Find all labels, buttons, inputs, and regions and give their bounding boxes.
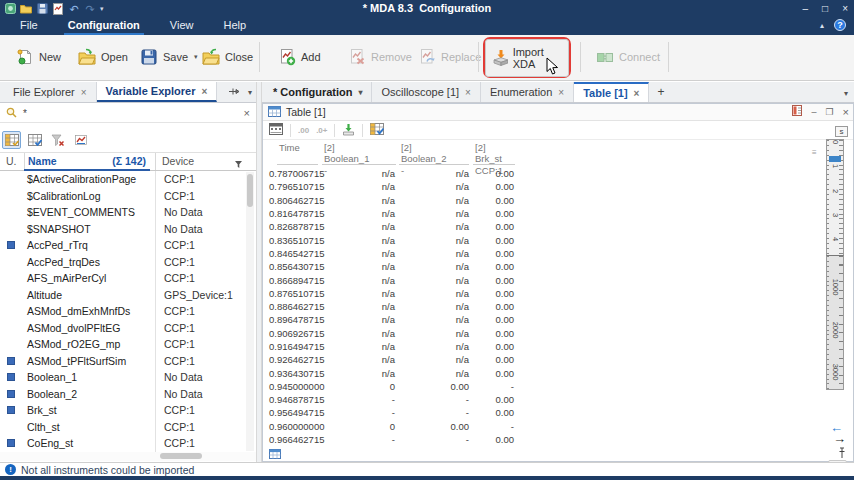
clear-filter-icon[interactable]: [48, 131, 67, 149]
table-row[interactable]: 0.936430715n/an/a0.00: [263, 366, 823, 379]
save-icon[interactable]: [36, 3, 48, 15]
list-item[interactable]: AltitudeGPS_Device:1: [0, 287, 256, 304]
report-icon[interactable]: [52, 3, 64, 15]
table-row[interactable]: 0.866894715n/an/a0.00: [263, 273, 823, 286]
add-button[interactable]: Add: [272, 38, 327, 76]
list-item[interactable]: Clth_stCCP:1: [0, 419, 256, 436]
table-row[interactable]: 0.876510715n/an/a0.00: [263, 287, 823, 300]
tab-table-1[interactable]: Table [1] ×: [574, 82, 649, 102]
close-icon[interactable]: ×: [558, 87, 564, 98]
tab-file-explorer[interactable]: File Explorer ×: [4, 82, 97, 102]
table-row[interactable]: 0.94500000000.00-: [263, 380, 823, 393]
table-row[interactable]: 0.896478715n/an/a0.00: [263, 313, 823, 326]
instrument-config-icon[interactable]: [792, 105, 802, 118]
ruler-handle-icon[interactable]: ≡: [812, 150, 820, 157]
open-icon[interactable]: [20, 3, 32, 15]
quick-access-more-icon[interactable]: ▾: [100, 5, 104, 13]
new-tab-button[interactable]: +: [649, 82, 672, 102]
table-row[interactable]: 0.916494715n/an/a0.00: [263, 340, 823, 353]
chevron-down-icon[interactable]: ▾: [248, 88, 252, 97]
close-button[interactable]: ×: [842, 3, 848, 14]
close-icon[interactable]: ×: [201, 86, 207, 97]
variable-search-bar[interactable]: * ×: [0, 104, 256, 123]
table-row[interactable]: 0.816478715n/an/a0.00: [263, 207, 823, 220]
minimize-button[interactable]: –: [803, 3, 809, 14]
table-row[interactable]: 0.926462715n/an/a0.00: [263, 353, 823, 366]
column-name[interactable]: Name: [28, 155, 57, 167]
window-close-icon[interactable]: ×: [843, 106, 849, 118]
table-row[interactable]: 0.856430715n/an/a0.00: [263, 260, 823, 273]
remove-button[interactable]: Remove: [342, 38, 418, 76]
menu-help[interactable]: Help: [222, 17, 249, 35]
configure-table-icon[interactable]: [370, 123, 384, 137]
time-cursor-marker[interactable]: [829, 156, 841, 162]
close-icon[interactable]: ×: [81, 87, 87, 98]
increase-decimals-icon[interactable]: .00: [298, 126, 309, 135]
table-properties-icon[interactable]: [269, 123, 283, 137]
table-row[interactable]: 0.787006715n/an/a0.00: [263, 167, 823, 180]
tab-variable-explorer[interactable]: Variable Explorer ×: [97, 82, 218, 102]
undo-icon[interactable]: ↶: [68, 3, 80, 15]
list-item[interactable]: ASMod_rO2EG_mpCCP:1: [0, 336, 256, 353]
list-item[interactable]: ASMod_dmExhMnfDsCCP:1: [0, 303, 256, 320]
menu-view[interactable]: View: [168, 17, 196, 35]
collapse-ribbon-icon[interactable]: ▴: [820, 21, 824, 30]
list-item[interactable]: CoEng_stCCP:1: [0, 435, 256, 452]
list-item[interactable]: $SNAPSHOTNo Data: [0, 221, 256, 238]
tab-oscilloscope[interactable]: Oscilloscope [1] ×: [372, 82, 481, 102]
menu-configuration[interactable]: Configuration: [66, 17, 142, 35]
menu-file[interactable]: File: [18, 17, 40, 35]
device-filter-icon[interactable]: [235, 158, 242, 170]
close-icon[interactable]: ×: [634, 88, 640, 99]
search-input[interactable]: *: [23, 108, 238, 119]
list-item[interactable]: Brk_stCCP:1: [0, 402, 256, 419]
clear-search-icon[interactable]: ×: [244, 107, 250, 119]
column-device[interactable]: Device: [162, 155, 194, 167]
connect-button[interactable]: Connect: [590, 38, 666, 76]
help-icon[interactable]: ?: [834, 19, 846, 31]
list-item[interactable]: AccPed_trqDesCCP:1: [0, 254, 256, 271]
time-ruler-lower[interactable]: 100020003000: [826, 255, 844, 390]
scrollbar-thumb[interactable]: [160, 453, 202, 459]
new-button[interactable]: New: [10, 38, 67, 76]
variable-list-hscrollbar[interactable]: [0, 452, 256, 461]
step-forward-icon[interactable]: →: [833, 431, 846, 446]
table-row[interactable]: 0.966462715--0.00: [263, 433, 823, 446]
export-data-icon[interactable]: [342, 123, 355, 138]
table-row[interactable]: 0.96000000000.00-: [263, 420, 823, 433]
list-item[interactable]: AccPed_rTrqCCP:1: [0, 237, 256, 254]
column-u[interactable]: U.: [6, 155, 17, 167]
replace-button[interactable]: Replace: [412, 38, 487, 76]
list-item[interactable]: $EVENT_COMMENTSNo Data: [0, 204, 256, 221]
pin-icon[interactable]: [838, 447, 846, 460]
chart-view-icon[interactable]: [71, 131, 90, 149]
table-row[interactable]: 0.946878715--0.00: [263, 393, 823, 406]
decrease-decimals-icon[interactable]: .0+: [316, 126, 327, 135]
sheet-tab-icon[interactable]: [269, 449, 281, 461]
window-restore-icon[interactable]: ❐: [825, 107, 833, 117]
list-item[interactable]: $ActiveCalibrationPageCCP:1: [0, 171, 256, 188]
table-row[interactable]: 0.836510715n/an/a0.00: [263, 233, 823, 246]
list-item[interactable]: ASMod_dvolPFltEGCCP:1: [0, 320, 256, 337]
configure-columns-icon[interactable]: [25, 131, 44, 149]
tab-enumeration[interactable]: Enumeration ×: [481, 82, 574, 102]
tab-list-icon[interactable]: ▾: [844, 89, 848, 98]
open-button[interactable]: Open: [72, 38, 134, 76]
table-row[interactable]: 0.796510715n/an/a0.00: [263, 180, 823, 193]
table-row[interactable]: 0.806462715n/an/a0.00: [263, 194, 823, 207]
redo-icon[interactable]: ↷: [84, 3, 96, 15]
list-item[interactable]: $CalibrationLogCCP:1: [0, 188, 256, 205]
scrollbar-thumb[interactable]: [247, 174, 253, 207]
tab-configuration[interactable]: * Configuration ▾: [264, 82, 372, 102]
table-row[interactable]: 0.886462715n/an/a0.00: [263, 300, 823, 313]
maximize-button[interactable]: □: [822, 3, 828, 14]
table-header-time[interactable]: Time: [279, 142, 300, 154]
table-row[interactable]: 0.906926715n/an/a0.00: [263, 327, 823, 340]
pin-icon[interactable]: [229, 86, 240, 98]
chevron-down-icon[interactable]: ▾: [358, 88, 362, 97]
variable-list-vscrollbar[interactable]: [246, 172, 254, 451]
app-icon[interactable]: [4, 3, 16, 15]
time-ruler-upper[interactable]: 01234: [826, 139, 844, 256]
show-columns-icon[interactable]: [2, 131, 21, 149]
window-minimize-icon[interactable]: –: [811, 107, 816, 117]
